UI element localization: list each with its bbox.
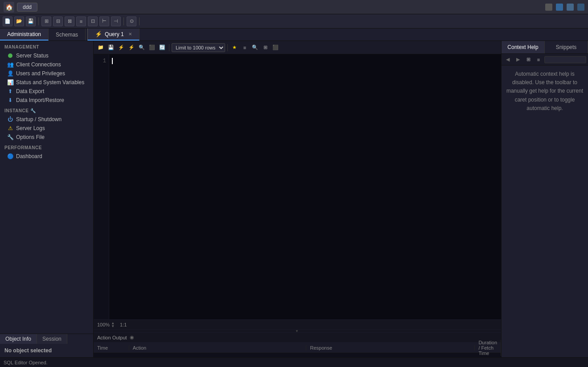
users-privileges-icon: 👤 bbox=[7, 70, 13, 77]
editor-status: 100% ▲ ▼ 1:1 bbox=[94, 319, 501, 329]
sidebar-item-status-system-vars[interactable]: 📊 Status and System Variables bbox=[0, 78, 93, 87]
save-btn[interactable]: 💾 bbox=[26, 16, 36, 26]
rp-icon2[interactable]: ≡ bbox=[534, 55, 543, 64]
win-btn-1[interactable] bbox=[556, 4, 563, 11]
execute-btn[interactable]: ⚡ bbox=[117, 43, 126, 52]
resize-handle[interactable]: ▼ bbox=[94, 329, 501, 333]
title-tab[interactable]: ddd bbox=[17, 3, 37, 12]
sidebar-spacer bbox=[0, 161, 93, 334]
instance-title-text: INSTANCE bbox=[4, 108, 29, 113]
sidebar-item-data-export[interactable]: ⬆ Data Export bbox=[0, 87, 93, 96]
title-bar: 🏠 ddd bbox=[0, 0, 588, 14]
qt-sep-2 bbox=[227, 44, 228, 51]
tb-btn-9[interactable]: ⊢ bbox=[99, 16, 109, 26]
rp-icon1[interactable]: ⊞ bbox=[524, 55, 533, 64]
zoom-level: 100% bbox=[97, 322, 110, 327]
tab-administration[interactable]: Administration bbox=[0, 29, 49, 41]
sidebar-item-data-import[interactable]: ⬇ Data Import/Restore bbox=[0, 96, 93, 105]
home-icon[interactable]: 🏠 bbox=[4, 2, 14, 12]
refresh-btn[interactable]: 🔄 bbox=[158, 43, 167, 52]
line-numbers: 1 bbox=[94, 54, 109, 319]
rp-search-input[interactable] bbox=[544, 56, 586, 63]
status-system-vars-icon: 📊 bbox=[7, 79, 13, 86]
sidebar-label-server-status: Server Status bbox=[16, 53, 49, 59]
qt-sep-1 bbox=[169, 44, 169, 51]
cursor-position: 1:1 bbox=[120, 322, 127, 327]
cursor bbox=[112, 58, 113, 64]
tb-btn-8[interactable]: ⊡ bbox=[88, 16, 98, 26]
action-output-toggle[interactable]: ◉ bbox=[130, 334, 134, 340]
query-tab-icon: ⚡ bbox=[95, 31, 102, 37]
zoom-control[interactable]: 100% ▲ ▼ bbox=[97, 322, 115, 328]
server-status-icon bbox=[7, 53, 13, 59]
save-query-btn[interactable]: 💾 bbox=[107, 43, 115, 52]
stop-btn[interactable]: ⬛ bbox=[148, 43, 156, 52]
tab-schemas[interactable]: Schemas bbox=[49, 29, 86, 41]
sidebar-item-server-logs[interactable]: ⚠ Server Logs bbox=[0, 124, 93, 133]
sidebar-item-server-status[interactable]: Server Status bbox=[0, 51, 93, 60]
tab-object-info[interactable]: Object Info bbox=[0, 334, 37, 344]
query-tab-close[interactable]: ✕ bbox=[128, 32, 132, 37]
toolbar-sep-2 bbox=[123, 17, 124, 25]
right-panel: Context Help Snippets ◀ ▶ ⊞ ≡ Automatic … bbox=[501, 41, 588, 357]
action-output-label: Action Output bbox=[97, 335, 127, 340]
sidebar-item-client-connections[interactable]: 👥 Client Connections bbox=[0, 60, 93, 69]
sidebar-bottom-tabs: Object Info Session bbox=[0, 334, 93, 344]
format-btn[interactable]: ≡ bbox=[240, 43, 249, 52]
action-output: Action Output ◉ Time Action Response Dur… bbox=[94, 333, 501, 357]
tb-btn-11[interactable]: ⊙ bbox=[127, 16, 136, 26]
context-help-text: Automatic context help is disabled. Use … bbox=[502, 65, 588, 117]
tab-query1[interactable]: ⚡ Query 1 ✕ bbox=[87, 29, 140, 41]
zoom-arrows[interactable]: ▲ ▼ bbox=[111, 322, 115, 328]
new-file-btn[interactable]: 📄 bbox=[3, 16, 12, 26]
extra-btn[interactable]: ⬛ bbox=[271, 43, 280, 52]
sidebar: MANAGEMENT Server Status 👥 Client Connec… bbox=[0, 41, 94, 357]
toggle-btn[interactable]: ⊞ bbox=[261, 43, 270, 52]
open-file-btn[interactable]: 📂 bbox=[14, 16, 24, 26]
rp-prev-btn[interactable]: ◀ bbox=[503, 55, 512, 64]
sidebar-label-client-connections: Client Connections bbox=[16, 61, 61, 68]
sidebar-item-dashboard[interactable]: 🔵 Dashboard bbox=[0, 152, 93, 161]
right-panel-toolbar: ◀ ▶ ⊞ ≡ bbox=[502, 54, 588, 65]
no-object-label: No object selected bbox=[0, 344, 93, 357]
bookmark-btn[interactable]: ★ bbox=[230, 43, 239, 52]
sidebar-item-users-privileges[interactable]: 👤 Users and Privileges bbox=[0, 69, 93, 78]
execute-selection-btn[interactable]: ⚡ bbox=[127, 43, 136, 52]
zoom-down[interactable]: ▼ bbox=[111, 325, 115, 328]
data-export-icon: ⬆ bbox=[7, 88, 13, 94]
win-btn-3[interactable] bbox=[577, 4, 584, 11]
tb-btn-10[interactable]: ⊣ bbox=[111, 16, 121, 26]
sql-editor[interactable]: 1 bbox=[94, 54, 501, 319]
tabs-spacer bbox=[140, 29, 588, 41]
sql-content[interactable] bbox=[109, 54, 501, 319]
tab-snippets[interactable]: Snippets bbox=[545, 41, 588, 53]
tb-btn-6[interactable]: ⊠ bbox=[65, 16, 74, 26]
section-performance: PERFORMANCE bbox=[0, 142, 93, 152]
sidebar-label-data-import: Data Import/Restore bbox=[16, 97, 64, 103]
sidebar-item-startup-shutdown[interactable]: ⏻ Startup / Shutdown bbox=[0, 115, 93, 124]
tb-btn-5[interactable]: ⊟ bbox=[53, 16, 63, 26]
search-btn[interactable]: 🔍 bbox=[251, 43, 259, 52]
options-file-icon: 🔧 bbox=[7, 134, 13, 140]
right-panel-tabs: Context Help Snippets bbox=[502, 41, 588, 54]
open-folder-btn[interactable]: 📁 bbox=[96, 43, 105, 52]
col-action: Action bbox=[129, 345, 307, 351]
app-body: MANAGEMENT Server Status 👥 Client Connec… bbox=[0, 41, 588, 357]
instance-wrench-icon: 🔧 bbox=[30, 108, 36, 113]
tb-btn-7[interactable]: ≡ bbox=[76, 16, 86, 26]
sidebar-item-options-file[interactable]: 🔧 Options File bbox=[0, 133, 93, 142]
win-btn-2[interactable] bbox=[567, 4, 574, 11]
settings-btn[interactable] bbox=[545, 4, 552, 11]
tab-context-help[interactable]: Context Help bbox=[502, 41, 545, 53]
limit-select[interactable]: Limit to 1000 rows No Limit Limit to 10 … bbox=[172, 43, 225, 52]
explain-btn[interactable]: 🔍 bbox=[137, 43, 146, 52]
query-tab-label: Query 1 bbox=[105, 31, 124, 37]
status-message: SQL Editor Opened. bbox=[4, 360, 48, 365]
tab-session[interactable]: Session bbox=[37, 334, 67, 344]
cursor-line bbox=[112, 58, 498, 64]
section-management: MANAGEMENT bbox=[0, 41, 93, 51]
tb-btn-4[interactable]: ⊞ bbox=[41, 16, 51, 26]
rp-next-btn[interactable]: ▶ bbox=[514, 55, 522, 64]
sidebar-label-status-system-vars: Status and System Variables bbox=[16, 79, 84, 86]
server-logs-icon: ⚠ bbox=[7, 125, 13, 131]
